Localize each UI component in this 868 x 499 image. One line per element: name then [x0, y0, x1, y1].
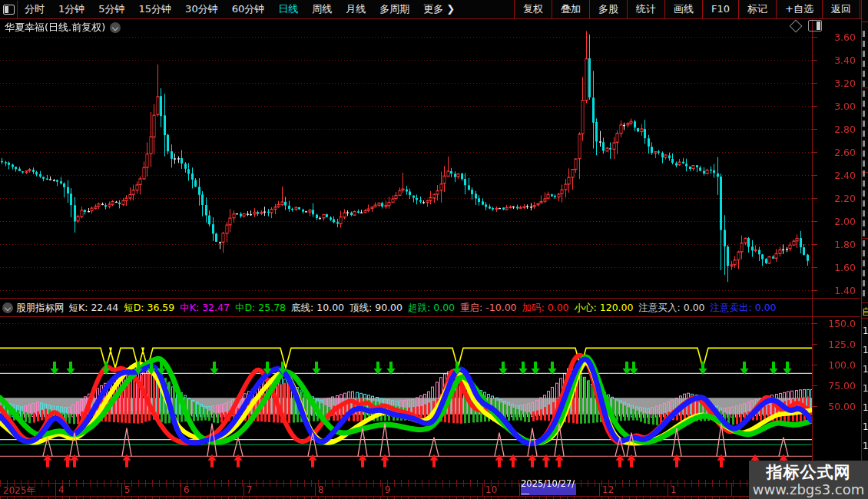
price-tick-label: 2.00 [834, 216, 856, 227]
axis-tick [812, 406, 817, 407]
axis-tick [812, 385, 817, 386]
indicator-field: 重启: -10.00 [460, 302, 516, 315]
sidebar-clipped-digit: 1 [863, 364, 868, 375]
diamond-icon[interactable] [790, 19, 803, 32]
main-candlestick-chart[interactable] [0, 19, 812, 299]
axis-tick [812, 267, 817, 268]
tool-button-标记[interactable]: 标记 [738, 0, 776, 18]
month-divider [55, 484, 56, 496]
indicator-field: 短D: 36.59 [124, 302, 174, 315]
chevron-down-icon[interactable] [110, 22, 121, 33]
watermark: 指标公式网 www.zbgs3.com [749, 461, 868, 499]
month-label-9: 9 [385, 484, 391, 495]
sidebar-clipped-glyph [863, 51, 865, 57]
sidebar-clipped-glyph [863, 121, 865, 127]
sidebar-clipped-char: 自 [862, 306, 868, 319]
period-tab-日线[interactable]: 日线 [271, 0, 305, 18]
sidebar-clipped-glyph [863, 140, 865, 147]
indicator-field: 底线: 10.00 [291, 302, 344, 315]
period-tab-60分钟[interactable]: 60分钟 [225, 0, 272, 18]
month-label-6: 6 [184, 484, 190, 495]
axis-tick [812, 106, 817, 107]
symbol-title-row[interactable]: 华夏幸福(日线.前复权) [5, 21, 121, 35]
indicator-source-label: 股朋指标网 [16, 302, 65, 315]
tool-button-复权[interactable]: 复权 [514, 0, 552, 18]
period-tabs: 分时1分钟5分钟15分钟30分钟60分钟日线周线月线多周期更多 ❯ [18, 0, 462, 18]
title-corner-icons [791, 20, 822, 31]
watermark-site-name: 指标公式网 [767, 463, 851, 481]
sidebar-clipped-glyph [863, 290, 865, 296]
tool-button-统计[interactable]: 统计 [627, 0, 664, 18]
month-label-12: 12 [602, 484, 614, 495]
indicator-field: 超跌: 0.00 [408, 302, 455, 315]
sidebar-clipped-digit: 1 [863, 383, 868, 394]
tools-menu: 复权叠加多股统计画线F10标记+自选返回 [514, 0, 860, 18]
price-tick-label: 1.60 [834, 262, 856, 273]
price-tick-label: 1.40 [834, 285, 856, 296]
axis-tick [812, 175, 817, 176]
month-label-10: 10 [485, 484, 497, 495]
indicator-header: 股朋指标网 短K: 22.44短D: 36.59中K: 32.47中D: 25.… [0, 299, 812, 316]
sidebar-clipped-digit: 1 [863, 345, 868, 355]
sidebar-clipped-glyph [863, 71, 865, 77]
panel-divider [0, 316, 860, 317]
axis-tick [812, 83, 817, 84]
layout-icon[interactable] [0, 1, 18, 18]
period-tab-分时[interactable]: 分时 [18, 0, 51, 18]
period-tab-月线[interactable]: 月线 [339, 0, 373, 18]
price-tick-label: 3.60 [834, 31, 856, 43]
axis-tick [812, 244, 817, 245]
period-tab-30分钟[interactable]: 30分钟 [178, 0, 225, 18]
indicator-field: 短K: 22.44 [69, 302, 119, 315]
period-tab-多周期[interactable]: 多周期 [373, 0, 416, 18]
panel-divider [0, 298, 860, 299]
selected-date-badge: 2025/10/27/一 [521, 484, 576, 495]
sidebar-clipped-glyph [863, 250, 865, 256]
month-label-4: 4 [58, 484, 65, 495]
period-tab-5分钟[interactable]: 5分钟 [91, 0, 131, 18]
indicator-field: 注意卖出: 0.00 [711, 302, 777, 315]
oscillator-axis: 150.0125.0100.075.0050.00 [812, 317, 860, 483]
period-tab-周线[interactable]: 周线 [305, 0, 339, 18]
split-pane-icon[interactable] [808, 20, 822, 31]
indicator-field: 中K: 32.47 [180, 302, 230, 315]
sidebar-separator [862, 88, 868, 88]
month-divider [244, 484, 244, 496]
oscillator-panel-chart[interactable] [0, 317, 812, 484]
tool-button-画线[interactable]: 画线 [664, 0, 702, 18]
tool-button-+自选[interactable]: +自选 [776, 0, 822, 18]
right-sidebar-clipped[interactable]: 自 1111111 [861, 0, 868, 499]
period-tab-15分钟[interactable]: 15分钟 [132, 0, 179, 18]
year-label: 2025年 [3, 484, 36, 497]
tool-button-多股[interactable]: 多股 [589, 0, 627, 18]
oscillator-tick-label: 75.00 [828, 380, 856, 392]
price-tick-label: 2.80 [834, 124, 856, 135]
sidebar-clipped-digit: 1 [863, 402, 868, 413]
sidebar-clipped-digit: 1 [863, 441, 868, 451]
sidebar-separator [862, 302, 868, 303]
sidebar-clipped-glyph [863, 160, 865, 167]
tool-button-F10[interactable]: F10 [702, 0, 738, 18]
period-tab-更多 ❯[interactable]: 更多 ❯ [416, 0, 462, 18]
oscillator-tick-label: 125.0 [828, 339, 856, 350]
collapse-panel-icon[interactable] [2, 302, 13, 313]
axis-tick [812, 290, 817, 291]
period-tab-1分钟[interactable]: 1分钟 [51, 0, 91, 18]
tool-button-返回[interactable]: 返回 [822, 0, 860, 18]
sidebar-clipped-glyph [863, 230, 865, 236]
price-tick-label: 2.20 [834, 193, 856, 204]
month-label-8: 8 [318, 484, 324, 495]
sidebar-clipped-glyph [863, 131, 865, 137]
tool-button-叠加[interactable]: 叠加 [552, 0, 589, 18]
axis-tick [812, 365, 817, 365]
date-axis[interactable]: 2025年 2025/10/27/一 45678910121 [0, 484, 812, 496]
axis-tick [812, 152, 817, 153]
axis-tick [812, 129, 817, 130]
price-tick-label: 3.00 [834, 101, 856, 112]
sidebar-clipped-glyph [863, 190, 865, 197]
oscillator-tick-label: 100.0 [828, 359, 856, 371]
sidebar-clipped-glyph [863, 101, 865, 107]
oscillator-tick-label: 150.0 [828, 318, 856, 329]
sidebar-clipped-glyph [863, 170, 865, 177]
month-label-5: 5 [124, 484, 131, 495]
